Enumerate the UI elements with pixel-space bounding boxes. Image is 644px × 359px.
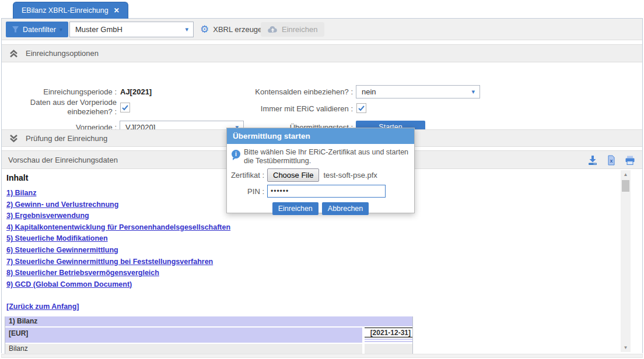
company-select[interactable]: Muster GmbH ▾ — [69, 22, 194, 37]
pin-label: PIN : — [227, 187, 264, 196]
tab-close-icon[interactable]: ✕ — [114, 6, 120, 15]
bilanz-table: 1) Bilanz [EUR] [2021-12-31] Bilanz — [5, 316, 413, 354]
dialog-abbrechen-button[interactable]: Abbrechen — [322, 202, 369, 215]
double-rule — [365, 339, 412, 340]
einreichungsoptionen-title: Einreichungsoptionen — [26, 49, 99, 58]
print-icon[interactable] — [625, 155, 635, 166]
vorschau-toolbar-icons: x — [587, 155, 635, 166]
xbrl-erzeugen-label: XBRL erzeugen — [213, 25, 266, 34]
einreichungsperiode-label: Einreichungsperiode : — [2, 87, 117, 97]
inhalt-link-betriebsvermoegensvergleich[interactable]: 8) Steuerlicher Betriebsvermögensverglei… — [6, 268, 230, 279]
double-rule — [365, 341, 412, 342]
inhalt-heading: Inhalt — [6, 173, 28, 182]
eric-validieren-label: Immer mit ERiC validieren : — [200, 104, 353, 114]
gear-icon: ⚙ — [200, 24, 209, 34]
dialog-message-row: i Bitte wählen Sie Ihr ERiC-Zertifikat a… — [232, 148, 410, 166]
pin-row: PIN : — [227, 185, 414, 198]
panel-header-einreichungsoptionen[interactable]: Einreichungsoptionen — [2, 44, 642, 62]
inhalt-link-steuerliche-modifikationen[interactable]: 5) Steuerliche Modifikationen — [6, 233, 230, 245]
table-section-header: 1) Bilanz — [5, 316, 412, 326]
info-icon: i — [232, 150, 240, 159]
tab-label: EBilanz XBRL-Einreichung — [22, 6, 108, 15]
table-row: Bilanz — [5, 344, 412, 354]
inhalt-link-guv[interactable]: 2) Gewinn- und Verlustrechnung — [6, 199, 230, 211]
pruefung-title: Prüfung der Einreichung — [26, 134, 107, 143]
table-header-row: [EUR] [2021-12-31] — [5, 328, 412, 343]
inhalt-link-gcd[interactable]: 9) GCD (Global Common Document) — [6, 279, 230, 291]
table-row-label: Bilanz — [5, 344, 362, 354]
kontensalden-select[interactable]: nein ▾ — [356, 85, 480, 98]
table-date-column: [2021-12-31] — [365, 328, 412, 343]
scroll-down-icon[interactable]: ▼ — [621, 343, 631, 352]
inhalt-link-ergebnisverwendung[interactable]: 3) Ergebnisverwendung — [6, 210, 230, 222]
filter-icon — [12, 26, 19, 33]
caret-down-icon: ▾ — [185, 26, 188, 33]
toolbar: Datenfilter ▾ Muster GmbH ▾ ⚙ XBRL erzeu… — [2, 19, 642, 40]
zertifikat-row: Zertifikat : Choose File test-soft-pse.p… — [227, 168, 414, 182]
app-window: EBilanz XBRL-Einreichung ✕ Datenfilter ▾… — [0, 0, 644, 359]
collapse-chevrons-up-icon — [9, 49, 19, 58]
inhalt-link-steuerliche-gewinnermittlung[interactable]: 6) Steuerliche Gewinnermittlung — [6, 245, 230, 256]
back-to-top-link[interactable]: [Zurück zum Anfang] — [6, 302, 79, 311]
caret-down-icon: ▾ — [471, 88, 475, 96]
xml-file-icon[interactable]: x — [606, 155, 617, 166]
inhalt-link-bilanz[interactable]: 1) Bilanz — [6, 188, 230, 199]
scrollbar-thumb[interactable] — [622, 180, 629, 192]
dialog-title-bar[interactable]: Übermittlung starten — [227, 128, 414, 144]
einreichungsoptionen-form: Einreichungsperiode : AJ[2021] Daten aus… — [2, 62, 642, 129]
uebermittlung-dialog: Übermittlung starten i Bitte wählen Sie … — [226, 128, 415, 213]
tab-ebilanz-xbrl-einreichung[interactable]: EBilanz XBRL-Einreichung ✕ — [13, 2, 128, 19]
einreichungsperiode-value: AJ[2021] — [120, 87, 152, 96]
expand-chevrons-down-icon — [9, 133, 19, 143]
dialog-buttons: Einreichen Abbrechen — [227, 202, 414, 215]
kontensalden-select-value: nein — [362, 87, 376, 96]
dialog-message: Bitte wählen Sie Ihr ERiC-Zertifikat aus… — [244, 148, 410, 166]
table-unit-cell: [EUR] — [5, 328, 362, 343]
inhalt-link-kapitalkontenentwicklung[interactable]: 4) Kapitalkontenentwicklung für Personen… — [6, 222, 230, 234]
horizontal-scrollbar-track[interactable] — [1, 354, 643, 358]
vorperiode-include-label: Daten aus der Vorperiode einbeziehen? : — [2, 98, 117, 117]
scroll-up-icon[interactable]: ▲ — [621, 170, 631, 179]
inhalt-link-list: 1) Bilanz 2) Gewinn- und Verlustrechnung… — [6, 188, 230, 290]
pin-input[interactable] — [267, 185, 386, 198]
caret-down-icon: ▾ — [60, 26, 62, 33]
cloud-upload-icon — [268, 26, 278, 33]
datenfilter-button[interactable]: Datenfilter ▾ — [6, 22, 68, 37]
kontensalden-label: Kontensalden einbeziehen? : — [200, 87, 353, 97]
choose-file-button[interactable]: Choose File — [267, 168, 319, 182]
table-date-cell: [2021-12-31] — [365, 328, 412, 337]
zertifikat-label: Zertifikat : — [227, 171, 264, 180]
download-icon[interactable] — [587, 155, 598, 166]
certificate-file-name: test-soft-pse.pfx — [323, 171, 377, 180]
inhalt-link-feststellungsverfahren[interactable]: 7) Steuerliche Gewinnermittlung bei Fest… — [6, 256, 230, 268]
svg-text:x: x — [610, 158, 612, 164]
vorschau-title: Vorschau der Einreichungsdaten — [8, 156, 118, 164]
einreichen-button-disabled[interactable]: Einreichen — [261, 22, 324, 37]
company-select-value: Muster GmbH — [75, 25, 123, 34]
eric-validieren-checkbox[interactable] — [356, 103, 366, 113]
vertical-scrollbar[interactable]: ▲ ▼ — [621, 170, 631, 352]
dialog-einreichen-button[interactable]: Einreichen — [272, 202, 318, 215]
einreichen-label: Einreichen — [282, 25, 317, 34]
datenfilter-label: Datenfilter — [23, 26, 56, 34]
xbrl-erzeugen-button[interactable]: ⚙ XBRL erzeugen — [200, 22, 267, 37]
table-row-value — [365, 344, 412, 354]
vorperiode-include-checkbox[interactable] — [120, 103, 130, 112]
